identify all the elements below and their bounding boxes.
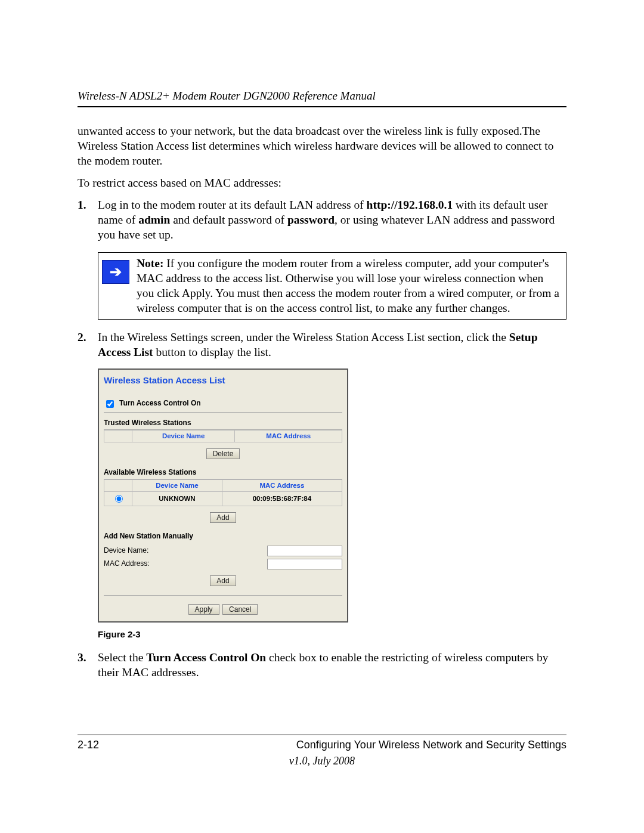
apply-button[interactable]: Apply bbox=[188, 604, 219, 615]
step-number-3: 3. bbox=[78, 651, 98, 680]
step-3-text: Select the Turn Access Control On check … bbox=[98, 651, 566, 680]
step-1-text: Log in to the modem router at its defaul… bbox=[98, 198, 566, 243]
header-rule bbox=[78, 106, 566, 107]
step-2-text: In the Wireless Settings screen, under t… bbox=[98, 330, 566, 360]
note-box: ➔ Note: If you configure the modem route… bbox=[98, 252, 566, 320]
figure-caption: Figure 2-3 bbox=[98, 628, 566, 640]
available-table: Device Name MAC Address UNKNOWN 00:09:5B… bbox=[104, 479, 342, 506]
avail-col-device: Device Name bbox=[132, 479, 222, 491]
router-ui-panel: Wireless Station Access List Turn Access… bbox=[98, 368, 348, 622]
mac-address-label: MAC Address: bbox=[104, 559, 163, 568]
lead-paragraph: To restrict access based on MAC addresse… bbox=[78, 176, 566, 191]
table-row[interactable]: UNKNOWN 00:09:5B:68:7F:84 bbox=[104, 491, 342, 506]
manual-heading: Add New Station Manually bbox=[104, 532, 342, 543]
device-name-label: Device Name: bbox=[104, 546, 163, 555]
trusted-table: Device Name MAC Address bbox=[104, 430, 342, 442]
available-row-mac: 00:09:5B:68:7F:84 bbox=[222, 491, 342, 506]
avail-col-mac: MAC Address bbox=[222, 479, 342, 491]
page-number: 2-12 bbox=[78, 739, 99, 751]
delete-button[interactable]: Delete bbox=[206, 448, 240, 459]
note-text: If you configure the modem router from a… bbox=[137, 257, 559, 314]
step-number-1: 1. bbox=[78, 198, 98, 243]
access-control-checkbox[interactable] bbox=[106, 400, 114, 408]
doc-version: v1.0, July 2008 bbox=[78, 755, 566, 767]
access-control-label: Turn Access Control On bbox=[119, 399, 201, 408]
note-label: Note: bbox=[137, 257, 163, 270]
add-available-button[interactable]: Add bbox=[210, 512, 236, 523]
section-title: Configuring Your Wireless Network and Se… bbox=[296, 739, 566, 751]
add-manual-button[interactable]: Add bbox=[210, 575, 236, 586]
arrow-note-icon: ➔ bbox=[102, 260, 129, 284]
cancel-button[interactable]: Cancel bbox=[222, 604, 258, 615]
trusted-col-device: Device Name bbox=[132, 430, 235, 442]
mac-address-input[interactable] bbox=[267, 559, 342, 569]
panel-title: Wireless Station Access List bbox=[104, 374, 342, 386]
device-name-input[interactable] bbox=[267, 546, 342, 556]
trusted-heading: Trusted Wireless Stations bbox=[104, 419, 342, 430]
intro-paragraph: unwanted access to your network, but the… bbox=[78, 124, 566, 169]
available-row-device: UNKNOWN bbox=[132, 491, 222, 506]
available-row-radio[interactable] bbox=[115, 495, 123, 503]
footer-rule bbox=[78, 735, 566, 735]
step-number-2: 2. bbox=[78, 330, 98, 360]
trusted-col-mac: MAC Address bbox=[235, 430, 342, 442]
arrow-icon: ➔ bbox=[110, 265, 122, 279]
available-heading: Available Wireless Stations bbox=[104, 468, 342, 479]
doc-header-title: Wireless-N ADSL2+ Modem Router DGN2000 R… bbox=[78, 89, 566, 103]
